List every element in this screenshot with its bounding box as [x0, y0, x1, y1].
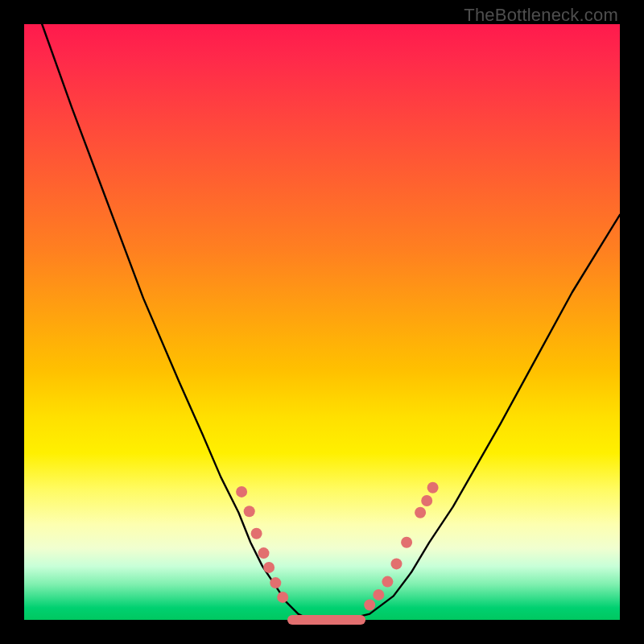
curve-marker	[382, 576, 393, 588]
markers-right	[364, 482, 438, 611]
watermark-text: TheBottleneck.com	[464, 5, 618, 26]
curve-marker	[401, 537, 412, 548]
curve-marker	[263, 562, 275, 573]
curve-svg	[24, 24, 620, 620]
curve-marker	[415, 507, 426, 518]
curve-marker	[364, 600, 375, 611]
bottleneck-curve	[42, 24, 620, 620]
curve-marker	[270, 577, 281, 588]
curve-marker	[391, 558, 402, 569]
chart-frame: TheBottleneck.com	[0, 0, 644, 644]
curve-marker	[421, 495, 432, 506]
curve-marker	[277, 592, 288, 603]
curve-marker	[373, 589, 384, 601]
markers-left	[236, 486, 288, 603]
curve-marker	[251, 528, 262, 539]
plot-area	[24, 24, 620, 620]
curve-marker	[258, 547, 270, 559]
curve-marker	[427, 482, 439, 493]
curve-marker	[244, 506, 255, 517]
curve-marker	[236, 486, 247, 497]
